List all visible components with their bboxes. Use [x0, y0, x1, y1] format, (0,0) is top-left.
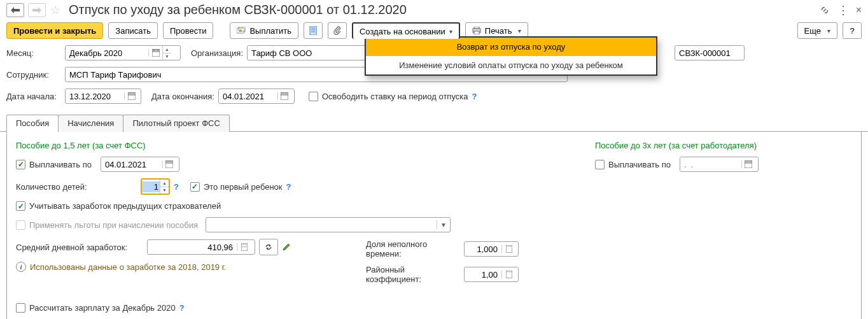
svg-rect-17	[281, 93, 288, 95]
money-icon	[237, 27, 246, 34]
free-position-label: Освободить ставку на период отпуска	[322, 92, 468, 101]
apply-benefits-checkbox	[16, 220, 25, 230]
help-link-icon[interactable]: ?	[174, 182, 179, 192]
calculator-icon[interactable]	[237, 243, 251, 251]
info-icon: i	[16, 262, 26, 272]
pay-until-3y-checkbox[interactable]	[595, 160, 605, 169]
calc-salary-label: Рассчитать зарплату за Декабрь 2020	[29, 303, 176, 313]
svg-point-23	[244, 246, 244, 247]
avg-daily-label: Средний дневной заработок:	[16, 243, 143, 252]
arrow-left-icon	[11, 7, 20, 13]
post-close-button[interactable]: Провести и закрыть	[6, 22, 103, 39]
clip-icon	[333, 26, 341, 35]
nav-forward-button[interactable]	[28, 3, 46, 17]
month-input[interactable]	[66, 46, 148, 60]
month-label: Месяц:	[6, 48, 61, 58]
employee-label: Сотрудник:	[6, 70, 61, 80]
help-link-icon[interactable]: ?	[179, 303, 185, 313]
svg-rect-9	[474, 31, 479, 34]
children-spinner[interactable]: ▲▼	[160, 180, 169, 194]
calc-salary-checkbox[interactable]	[16, 303, 25, 313]
pay-until-checkbox[interactable]	[16, 160, 25, 169]
more-icon[interactable]: ⋮	[837, 3, 848, 17]
refresh-icon	[264, 243, 273, 251]
svg-rect-30	[745, 161, 752, 163]
close-icon[interactable]: ×	[856, 4, 862, 16]
svg-rect-21	[242, 244, 247, 245]
svg-rect-3	[310, 26, 316, 35]
prev-insurers-checkbox[interactable]	[16, 201, 25, 211]
more-button[interactable]: Еще	[797, 22, 837, 39]
pay-button[interactable]: Выплатить	[230, 22, 298, 39]
calendar-icon[interactable]	[124, 92, 138, 100]
month-spinner[interactable]: ▲▼	[162, 46, 171, 60]
calculator-icon[interactable]	[501, 271, 515, 278]
nav-back-button[interactable]	[6, 3, 24, 17]
dropdown-item-change-conditions[interactable]: Изменение условий оплаты отпуска по уход…	[366, 56, 656, 74]
children-count-label: Количество детей:	[16, 182, 137, 192]
printer-icon	[472, 27, 481, 34]
month-input-group[interactable]: ▲▼	[65, 45, 181, 60]
tab-accruals[interactable]: Начисления	[58, 115, 123, 132]
create-based-dropdown: Возврат из отпуска по уходу Изменение ус…	[365, 36, 657, 76]
apply-benefits-label: Применять льготы при начислении пособия	[29, 220, 198, 230]
refresh-button[interactable]	[259, 239, 278, 255]
svg-rect-28	[507, 271, 512, 273]
first-child-checkbox[interactable]	[190, 182, 200, 192]
pay-until-label: Выплачивать по	[29, 160, 92, 169]
partial-label: Доля неполного времени:	[366, 239, 460, 259]
svg-rect-11	[152, 50, 160, 52]
district-input[interactable]	[464, 267, 519, 282]
svg-point-22	[242, 246, 242, 247]
link-icon[interactable]	[820, 5, 830, 15]
save-button[interactable]: Записать	[108, 22, 158, 39]
attach-button[interactable]	[328, 22, 347, 39]
start-date-input[interactable]	[65, 89, 141, 104]
svg-point-24	[245, 246, 246, 247]
end-date-input[interactable]	[218, 89, 295, 104]
calendar-icon[interactable]	[741, 160, 755, 168]
children-count-input[interactable]: ▲▼	[141, 178, 170, 195]
section-title-3y: Пособие до 3х лет (за счет работодателя)	[595, 141, 759, 150]
first-child-label: Это первый ребенок	[204, 182, 283, 192]
pay-until-3y-input[interactable]	[680, 157, 759, 172]
calendar-icon[interactable]	[148, 49, 162, 57]
end-date-label: Дата окончания:	[151, 92, 214, 101]
page-title: Отпуск по уходу за ребенком СВЗК-000001 …	[69, 3, 407, 17]
prev-insurers-label: Учитывать заработок предыдущих страховат…	[29, 201, 221, 211]
tab-pilot[interactable]: Пилотный проект ФСС	[123, 115, 229, 132]
help-link-icon[interactable]: ?	[472, 92, 477, 101]
org-label: Организация:	[191, 48, 243, 58]
partial-input[interactable]	[464, 241, 519, 257]
post-button[interactable]: Провести	[163, 22, 214, 39]
dropdown-item-return[interactable]: Возврат из отпуска по уходу	[366, 38, 656, 56]
help-button[interactable]: ?	[843, 22, 862, 39]
number-input[interactable]	[675, 45, 745, 60]
help-link-icon[interactable]: ?	[286, 182, 291, 192]
free-position-checkbox[interactable]	[309, 92, 318, 101]
calendar-icon[interactable]	[277, 92, 291, 100]
svg-rect-19	[165, 161, 173, 163]
district-label: Районный коэффициент:	[366, 265, 460, 284]
pay-until-input[interactable]	[101, 157, 179, 172]
edit-icon[interactable]	[282, 243, 291, 252]
create-based-button[interactable]: Создать на основании	[352, 22, 460, 39]
svg-rect-26	[507, 246, 512, 247]
favorite-star-icon[interactable]: ☆	[50, 4, 61, 16]
doc-icon	[309, 26, 317, 35]
calendar-icon[interactable]	[162, 160, 176, 168]
document-button[interactable]	[304, 22, 323, 39]
info-text: Использованы данные о заработке за 2018,…	[30, 262, 226, 272]
tab-benefits[interactable]: Пособия	[6, 115, 59, 132]
start-date-label: Дата начала:	[6, 92, 61, 101]
pay-until-3y-label: Выплачивать по	[608, 160, 671, 169]
calculator-icon[interactable]	[501, 245, 515, 253]
svg-rect-15	[128, 93, 136, 95]
avg-daily-input[interactable]	[147, 239, 255, 255]
arrow-right-icon	[32, 7, 41, 13]
